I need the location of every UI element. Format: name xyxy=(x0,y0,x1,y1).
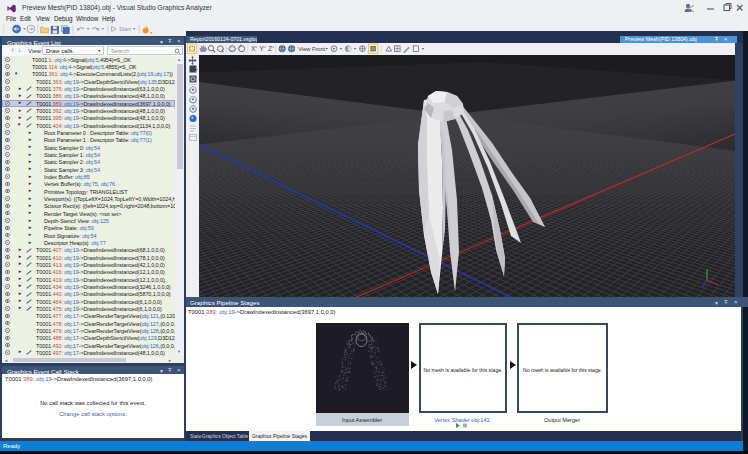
svg-text:Start: Start xyxy=(119,26,131,32)
svg-text:Vertex Shader obj:141: Vertex Shader obj:141 xyxy=(434,417,489,423)
svg-text:X: X xyxy=(251,45,256,52)
svg-text:Z: Z xyxy=(268,45,272,52)
svg-text:View Front: View Front xyxy=(298,46,325,52)
svg-text:Output Merger: Output Merger xyxy=(544,417,580,423)
svg-text:Y: Y xyxy=(260,45,265,52)
svg-text:Input Assembler: Input Assembler xyxy=(342,417,382,423)
